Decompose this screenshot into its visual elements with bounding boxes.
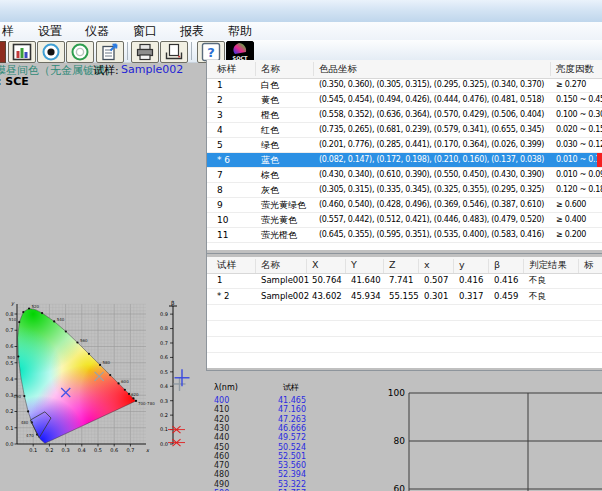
standard-row-cell: 4	[217, 123, 223, 137]
locus-point	[124, 389, 126, 391]
standard-row[interactable]: 2黄色(0.545, 0.454), (0.494, 0.426), (0.44…	[207, 93, 602, 108]
print-button[interactable]	[131, 41, 159, 63]
column-header[interactable]: 标	[584, 257, 594, 273]
column-header[interactable]: Z	[389, 257, 396, 273]
svg-text:x: x	[146, 447, 150, 453]
sample-row-cell: 0.416	[494, 273, 518, 288]
standard-row[interactable]: 5绿色(0.201, 0.776), (0.285, 0.441), (0.17…	[207, 138, 602, 153]
standard-row-cell: 橙色	[261, 108, 279, 122]
column-header[interactable]: 色品坐标	[319, 60, 357, 78]
locus-point	[117, 382, 119, 384]
column-header[interactable]: 判定结果	[529, 257, 567, 273]
column-header[interactable]: 名称	[261, 257, 280, 273]
sample-row	[207, 337, 602, 353]
locus-label: 510	[9, 317, 17, 322]
standard-row-cell: ≥ 0.600	[556, 198, 586, 212]
locus-label: 700-780	[138, 401, 155, 406]
svg-text:0.4: 0.4	[78, 447, 86, 453]
sample-row-cell: 41.640	[351, 273, 381, 288]
menu-item-sample[interactable]: 样	[2, 23, 14, 39]
sample-row-cell: 55.155	[389, 289, 419, 304]
svg-text:0.3: 0.3	[62, 447, 70, 453]
svg-text:0.1: 0.1	[160, 426, 168, 432]
standard-row-cell: 11	[217, 228, 228, 242]
locus-label: 500	[7, 355, 15, 360]
standard-row[interactable]: 3橙色(0.558, 0.352), (0.636, 0.364), (0.57…	[207, 108, 602, 123]
svg-text:0.2: 0.2	[6, 408, 14, 414]
column-header[interactable]: 试样	[217, 257, 236, 273]
standard-row-cell: 0.030 ~ 0.120	[556, 138, 602, 152]
column-header[interactable]: X	[312, 257, 319, 273]
header-separator	[345, 259, 346, 273]
locus-point	[27, 410, 29, 412]
standard-row-cell: 萤光橙色	[261, 228, 297, 242]
standard-row[interactable]: 10萤光黄色(0.557, 0.442), (0.512, 0.421), (0…	[207, 213, 602, 228]
standard-row-cell: (0.558, 0.352), (0.636, 0.364), (0.570, …	[319, 108, 544, 122]
sample-row-cell: 0.416	[459, 273, 483, 288]
column-header[interactable]: x	[424, 257, 430, 273]
menu-item-instrument[interactable]: 仪器	[85, 23, 109, 39]
standard-row-cell: ≥ 0.200	[556, 228, 586, 242]
column-header[interactable]: 亮度因数	[556, 60, 594, 78]
locus-point	[99, 364, 101, 366]
locus-point	[17, 355, 19, 357]
menu-item-window[interactable]: 窗口	[133, 23, 157, 39]
sample-row[interactable]: 1Sample00150.76441.6407.7410.5070.4160.4…	[207, 273, 602, 289]
standard-row-cell: (0.545, 0.454), (0.494, 0.426), (0.444, …	[319, 93, 544, 107]
standard-row[interactable]: 11萤光橙色(0.645, 0.355), (0.595, 0.351), (0…	[207, 228, 602, 243]
header-separator	[306, 259, 307, 273]
column-header[interactable]: β	[494, 257, 500, 273]
standard-row-cell: 8	[217, 183, 223, 197]
toolbar-button-partial[interactable]	[0, 41, 6, 63]
print-out-button[interactable]	[160, 41, 188, 63]
standard-row[interactable]: 7棕色(0.430, 0.340), (0.610, 0.390), (0.55…	[207, 168, 602, 183]
measure-sample-icon	[70, 42, 90, 62]
table-divider	[206, 253, 602, 254]
standard-row[interactable]: 9萤光黄绿色(0.460, 0.540), (0.428, 0.496), (0…	[207, 198, 602, 213]
column-header[interactable]: 名称	[261, 60, 280, 78]
standard-row[interactable]: 8灰色(0.305, 0.315), (0.335, 0.345), (0.32…	[207, 183, 602, 198]
bar-chart-icon	[12, 42, 32, 62]
print-icon	[135, 42, 155, 62]
svg-text:0.6: 0.6	[160, 354, 168, 360]
column-header[interactable]: 标样	[217, 60, 236, 78]
chart-button[interactable]	[8, 41, 36, 63]
sample-row-cell: 0.301	[424, 289, 448, 304]
window-titlebar[interactable]	[0, 0, 602, 23]
sample-row-cell: Sample002	[261, 289, 309, 304]
standard-row-cell: ≥ 0.270	[556, 78, 586, 92]
sample-name-value[interactable]: Sample002	[121, 63, 183, 76]
sample-row	[207, 321, 602, 337]
svg-text:0.7: 0.7	[6, 327, 14, 333]
menu-item-settings[interactable]: 设置	[38, 23, 62, 39]
standard-row[interactable]: 1白色(0.350, 0.360), (0.305, 0.315), (0.29…	[207, 78, 602, 93]
standard-row-cell: 0.100 ~ 0.300	[556, 108, 602, 122]
locus-label: 600	[121, 379, 129, 384]
column-header[interactable]: y	[459, 257, 465, 273]
standard-row-cell: (0.201, 0.776), (0.285, 0.441), (0.170, …	[319, 138, 544, 152]
header-separator	[255, 62, 256, 76]
beta-marker	[174, 377, 186, 391]
locus-point	[28, 307, 30, 309]
standard-row-cell: 9	[217, 198, 223, 212]
menu-item-help[interactable]: 帮助	[228, 23, 252, 39]
report-export-button[interactable]	[96, 41, 124, 63]
locus-label: 560	[80, 338, 88, 343]
header-separator	[523, 259, 524, 273]
menu-item-report[interactable]: 报表	[180, 23, 204, 39]
standard-row[interactable]: 4红色(0.735, 0.265), (0.681, 0.239), (0.57…	[207, 123, 602, 138]
column-header[interactable]: Y	[351, 257, 357, 273]
sample-row[interactable]: * 2Sample00243.60245.93455.1550.3010.317…	[207, 289, 602, 305]
standard-row-cell: (0.557, 0.442), (0.512, 0.421), (0.446, …	[319, 213, 544, 227]
measure-sample-button[interactable]	[66, 41, 94, 63]
standard-row-cell: (0.082, 0.147), (0.172, 0.198), (0.210, …	[319, 153, 544, 167]
sample-row-cell: 不良	[529, 273, 546, 288]
standard-row-cell: 0.120 ~ 0.180	[556, 183, 602, 197]
standard-row-cell: (0.460, 0.540), (0.428, 0.496), (0.369, …	[319, 198, 544, 212]
svg-text:0.4: 0.4	[160, 383, 168, 389]
standard-row[interactable]: * 6蓝色(0.082, 0.147), (0.172, 0.198), (0.…	[207, 153, 602, 168]
standard-row-cell: 白色	[261, 78, 279, 92]
svg-text:0.2: 0.2	[160, 412, 168, 418]
locus-label: 480	[21, 420, 29, 425]
measure-standard-button[interactable]	[37, 41, 65, 63]
